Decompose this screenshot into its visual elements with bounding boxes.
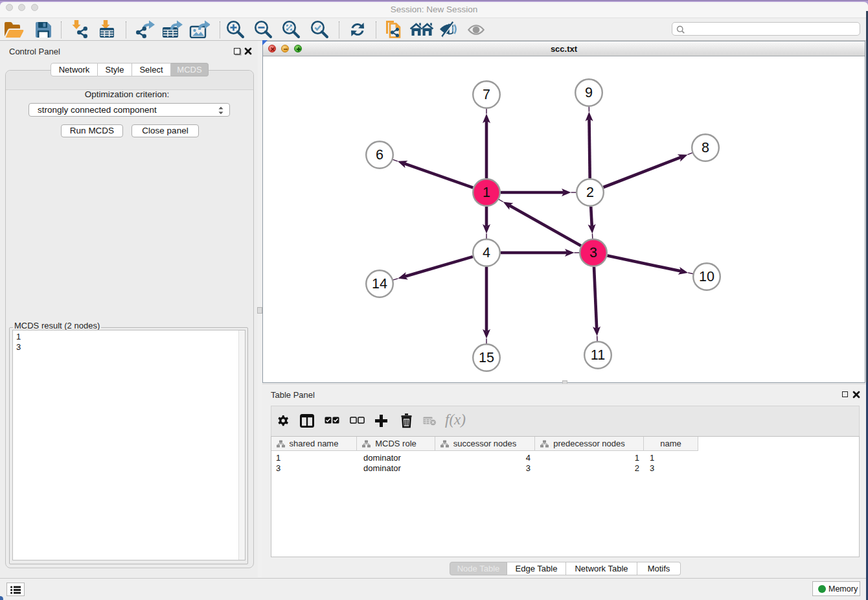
svg-text:14: 14 [372, 276, 387, 292]
svg-text:2: 2 [586, 185, 594, 200]
svg-text:10: 10 [699, 269, 714, 284]
svg-text:7: 7 [483, 87, 490, 102]
svg-text:11: 11 [591, 347, 605, 363]
svg-text:3: 3 [589, 245, 597, 260]
svg-text:15: 15 [479, 350, 494, 365]
svg-text:9: 9 [585, 85, 593, 100]
svg-text:6: 6 [376, 147, 383, 163]
svg-text:4: 4 [483, 245, 490, 260]
svg-text:1: 1 [483, 185, 490, 200]
svg-text:8: 8 [702, 140, 709, 156]
